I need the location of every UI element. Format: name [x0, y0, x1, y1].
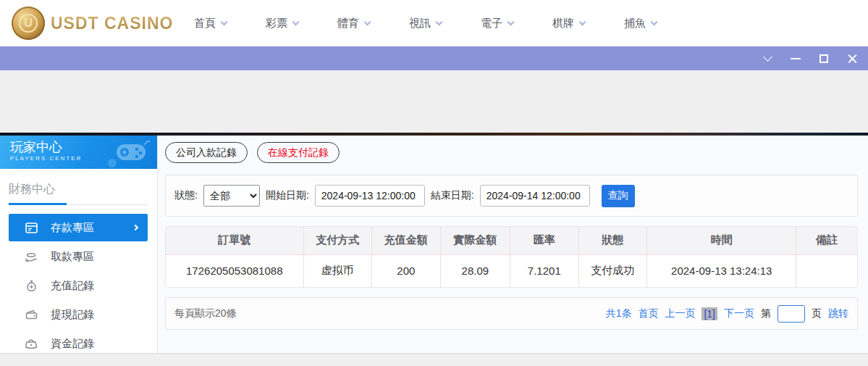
- chevron-down-icon: [507, 18, 515, 25]
- pagination-bar: 每頁顯示20條 共1条 首页 上一页 [1] 下一页 第 页 跳转: [165, 297, 858, 330]
- table-header-row: 訂單號 支付方式 充值金額 實際金額 匯率 狀態 時間 備註: [166, 227, 857, 254]
- maximize-icon[interactable]: [818, 53, 830, 65]
- cell-payment-method: 虚拟币: [303, 254, 372, 287]
- brand-logo: U USDT CASINO: [12, 7, 173, 40]
- purse-icon: [25, 337, 38, 350]
- total-count: 共1条: [606, 307, 632, 320]
- col-recharge-amount: 充值金額: [372, 227, 441, 254]
- cell-exchange-rate: 7.1201: [510, 254, 579, 287]
- chevron-down-icon: [436, 18, 443, 25]
- main-menu: 首頁 彩票 體育 視訊 電子 棋牌 捕魚: [194, 0, 657, 46]
- col-exchange-rate: 匯率: [510, 227, 579, 254]
- nav-label: 視訊: [409, 17, 431, 30]
- collapse-chevron-icon[interactable]: [762, 53, 773, 65]
- cell-order-no: 1726205053081088: [166, 254, 303, 287]
- logo-ball-icon: U: [12, 7, 45, 40]
- sidebar-item-recharge[interactable]: 充值記錄: [9, 272, 148, 299]
- game-controller-icon: [106, 138, 151, 167]
- sidebar-item-label: 充值記錄: [51, 279, 94, 293]
- prev-page-link[interactable]: 上一页: [665, 307, 695, 320]
- nav-label: 彩票: [266, 17, 287, 30]
- jump-suffix-label: 页: [812, 307, 822, 320]
- nav-item-fishing[interactable]: 捕魚: [624, 17, 657, 30]
- nav-item-home[interactable]: 首頁: [194, 17, 227, 30]
- nav-item-slots[interactable]: 電子: [481, 17, 513, 30]
- page-jump-input[interactable]: [778, 305, 805, 323]
- hand-coins-icon: [25, 250, 38, 263]
- window-titlebar: [0, 46, 868, 70]
- cell-recharge-amount: 200: [372, 254, 441, 287]
- col-payment-method: 支付方式: [303, 227, 372, 254]
- current-page-indicator: [1]: [701, 307, 717, 320]
- tab-online-payment-records[interactable]: 在線支付記錄: [257, 142, 340, 163]
- money-bag-icon: [25, 279, 38, 292]
- status-label: 狀態:: [174, 189, 198, 202]
- col-order-no: 訂單號: [166, 227, 303, 254]
- sidebar-item-label: 提現記錄: [51, 308, 94, 322]
- top-nav-bar: U USDT CASINO 首頁 彩票 體育 視訊 電子 棋牌 捕魚: [0, 0, 868, 46]
- tab-company-deposit-records[interactable]: 公司入款記錄: [165, 142, 248, 163]
- cell-actual-amount: 28.09: [440, 254, 510, 287]
- per-page-text: 每頁顯示20條: [174, 307, 237, 320]
- logo-text: USDT CASINO: [51, 14, 173, 33]
- chevron-down-icon: [579, 18, 586, 25]
- start-date-label: 開始日期:: [266, 189, 309, 202]
- cell-status: 支付成功: [578, 254, 647, 287]
- next-page-link[interactable]: 下一页: [724, 307, 754, 320]
- minimize-icon[interactable]: [790, 53, 801, 65]
- nav-item-video[interactable]: 視訊: [409, 17, 442, 30]
- nav-label: 首頁: [194, 17, 216, 30]
- cell-remark: [796, 254, 857, 287]
- col-status: 狀態: [578, 227, 647, 254]
- sidebar-item-funds[interactable]: 資金記錄: [9, 330, 148, 357]
- nav-item-sports[interactable]: 體育: [337, 17, 370, 30]
- content-panel: 公司入款記錄 在線支付記錄 狀態: 全部 開始日期: 結束日期: 查詢: [158, 136, 868, 353]
- table-row: 1726205053081088 虚拟币 200 28.09 7.1201 支付…: [166, 254, 857, 287]
- close-icon[interactable]: [846, 53, 858, 65]
- col-remark: 備註: [796, 227, 857, 254]
- nav-label: 棋牌: [552, 17, 574, 30]
- sidebar-menu: 存款專區 取款專區 充值記錄 提現記錄: [0, 214, 157, 357]
- banner-area: [0, 70, 868, 133]
- search-button[interactable]: 查詢: [602, 185, 635, 207]
- pagination-controls: 共1条 首页 上一页 [1] 下一页 第 页 跳转: [606, 305, 848, 323]
- finance-center-section: 財務中心: [0, 169, 157, 205]
- status-select[interactable]: 全部: [203, 185, 260, 207]
- sidebar-item-label: 資金記錄: [51, 337, 94, 351]
- record-tabs: 公司入款記錄 在線支付記錄: [165, 142, 858, 163]
- sidebar-item-withdraw[interactable]: 取款專區: [9, 243, 148, 270]
- chevron-down-icon: [651, 18, 658, 25]
- main-area: 玩家中心 PLAYERS CENTER 財務中心 存款專區: [0, 136, 868, 353]
- nav-label: 體育: [337, 17, 359, 30]
- chevron-down-icon: [364, 18, 371, 25]
- wallet-icon: [25, 308, 38, 321]
- col-actual-amount: 實際金額: [440, 227, 510, 254]
- section-underline: [9, 203, 148, 205]
- sidebar-item-deposit[interactable]: 存款專區: [9, 214, 148, 241]
- chevron-down-icon: [292, 18, 300, 25]
- logo-letter: U: [19, 14, 38, 33]
- records-table: 訂單號 支付方式 充值金額 實際金額 匯率 狀態 時間 備註 172620505…: [165, 226, 858, 288]
- chevron-right-icon: [132, 225, 138, 230]
- jump-prefix-label: 第: [761, 307, 771, 320]
- sidebar-item-label: 取款專區: [51, 250, 94, 264]
- nav-label: 捕魚: [624, 17, 646, 30]
- nav-item-lottery[interactable]: 彩票: [266, 17, 298, 30]
- nav-item-cards[interactable]: 棋牌: [552, 17, 585, 30]
- sidebar-item-label: 存款專區: [51, 221, 94, 235]
- sidebar: 玩家中心 PLAYERS CENTER 財務中心 存款專區: [0, 136, 158, 353]
- card-icon: [25, 221, 38, 234]
- start-date-input[interactable]: [315, 185, 425, 207]
- end-date-input[interactable]: [480, 185, 590, 207]
- cell-time: 2024-09-13 13:24:13: [647, 254, 796, 287]
- end-date-label: 結束日期:: [431, 189, 474, 202]
- col-time: 時間: [647, 227, 796, 254]
- players-center-header: 玩家中心 PLAYERS CENTER: [0, 136, 157, 169]
- filter-bar: 狀態: 全部 開始日期: 結束日期: 查詢: [165, 175, 858, 217]
- sidebar-item-cashout[interactable]: 提現記錄: [9, 301, 148, 328]
- section-title: 財務中心: [9, 182, 148, 197]
- first-page-link[interactable]: 首页: [638, 307, 658, 320]
- jump-action-link[interactable]: 跳转: [828, 307, 848, 320]
- chevron-down-icon: [221, 18, 228, 25]
- nav-label: 電子: [481, 17, 502, 30]
